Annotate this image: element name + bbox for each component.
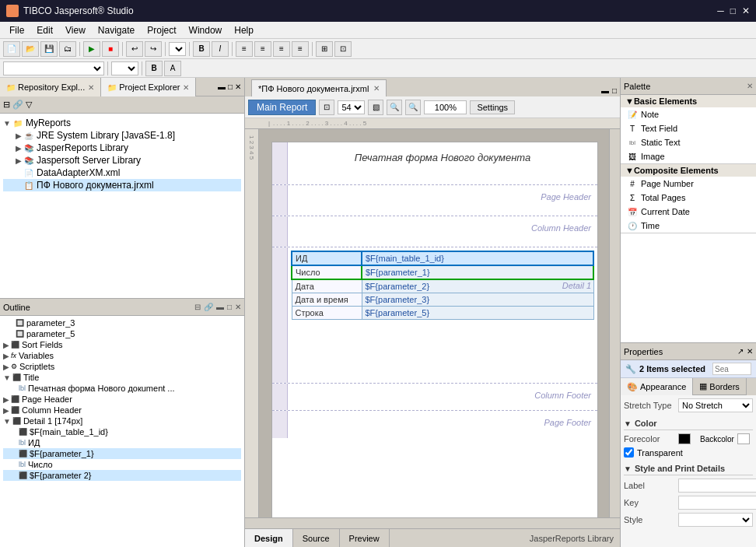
outline-item-title-text[interactable]: lbl Печатная форма Нового докument ...	[3, 383, 241, 394]
outline-item-label-num[interactable]: lbl Число	[3, 459, 241, 470]
palette-item-textfield[interactable]: T Text Field	[621, 121, 756, 135]
tab-project-explorer[interactable]: 📁 Project Explorer ✕	[101, 78, 196, 96]
palette-section-composite-header[interactable]: ▼ Composite Elements	[621, 164, 756, 177]
tab-borders[interactable]: ▦ Borders	[693, 378, 747, 395]
open-btn[interactable]: 📂	[22, 41, 39, 57]
key-input[interactable]	[678, 496, 756, 510]
outline-item-label-id[interactable]: lbl ИД	[3, 437, 241, 448]
outline-item-param5[interactable]: 🔲 parameter_5	[3, 328, 241, 339]
explorer-minimize-btn[interactable]: ▬	[218, 82, 226, 91]
palette-close-btn[interactable]: ✕	[747, 82, 753, 90]
editor-tab-jrxml[interactable]: *ПФ Нового документа.jrxml ✕	[251, 79, 387, 96]
tree-item-jasperlib[interactable]: ▶ 📚 JasperReports Library	[3, 142, 241, 154]
menu-view[interactable]: View	[59, 23, 92, 37]
label-id-cell[interactable]: ИД	[292, 251, 362, 265]
editor-max-btn[interactable]: □	[612, 86, 617, 95]
properties-search[interactable]	[712, 363, 751, 375]
canvas-area[interactable]: 1 2 3 4 5 Печатная форма Нового документ…	[245, 129, 620, 517]
menu-help[interactable]: Help	[228, 23, 260, 37]
label-datetime-cell[interactable]: Дата и время	[292, 293, 362, 307]
align-center-btn[interactable]: ≡	[254, 41, 271, 57]
close-btn[interactable]: ✕	[742, 5, 750, 16]
menu-edit[interactable]: Edit	[30, 23, 59, 37]
field-param2-cell[interactable]: $F{parameter_2}	[362, 279, 593, 293]
align-right-btn[interactable]: ≡	[273, 41, 290, 57]
align-left-btn[interactable]: ≡	[236, 41, 253, 57]
outline-item-param1[interactable]: ⬛ $F{parameter_1}	[3, 448, 241, 459]
color-collapse-btn[interactable]: ▼	[624, 419, 632, 428]
explorer-maximize-btn[interactable]: □	[228, 82, 233, 91]
report-name-button[interactable]: Main Report	[248, 100, 316, 115]
props-extra-btn[interactable]: ↗	[737, 347, 744, 356]
bold-btn[interactable]: B	[193, 41, 210, 57]
label-string-cell[interactable]: Строка	[292, 307, 362, 320]
tab-repository-explorer[interactable]: 📁 Repository Expl... ✕	[0, 78, 101, 96]
menu-project[interactable]: Project	[141, 23, 182, 37]
new-btn[interactable]: 📄	[3, 41, 20, 57]
forecolor-swatch[interactable]	[678, 433, 691, 444]
palette-item-pagenumber[interactable]: # Page Number	[621, 177, 756, 191]
link-btn[interactable]: 🔗	[12, 100, 23, 110]
palette-item-note[interactable]: 📝 Note	[621, 107, 756, 121]
outline-item-columnheader[interactable]: ▶ ⬛ Column Header	[3, 405, 241, 416]
proj-tab-close[interactable]: ✕	[183, 83, 189, 92]
font-combo[interactable]	[3, 61, 104, 75]
outline-item-title[interactable]: ▼ ⬛ Title	[3, 372, 241, 383]
field-param5-cell[interactable]: $F{parameter_5}	[362, 307, 593, 320]
menu-file[interactable]: File	[3, 23, 30, 37]
minimize-btn[interactable]: ─	[717, 5, 724, 16]
horizontal-scrollbar[interactable]	[245, 517, 620, 528]
combo1[interactable]	[169, 42, 186, 56]
font-color-btn[interactable]: A	[164, 61, 181, 76]
vertical-scrollbar[interactable]	[609, 129, 620, 517]
stop-btn[interactable]: ■	[102, 41, 119, 57]
outline-item-param3[interactable]: 🔲 parameter_3	[3, 317, 241, 328]
collapse-all-btn[interactable]: ⊟	[3, 100, 10, 110]
zoom-in-btn[interactable]: 🔍	[405, 100, 421, 115]
save-btn[interactable]: 💾	[40, 41, 58, 57]
props-close-btn[interactable]: ✕	[747, 347, 753, 356]
palette-item-totalpages[interactable]: Σ Total Pages	[621, 191, 756, 205]
tree-item-serverlib[interactable]: ▶ 📚 Jaspersoft Server Library	[3, 154, 241, 167]
settings-button[interactable]: Settings	[470, 100, 515, 114]
explorer-close-btn[interactable]: ✕	[235, 82, 241, 91]
field-param1-cell[interactable]: $F{parameter_1}	[362, 265, 593, 279]
label-date-cell[interactable]: Дата	[292, 279, 362, 293]
fill-btn[interactable]: ▧	[368, 100, 383, 115]
palette-section-basic-header[interactable]: ▼ Basic Elements	[621, 95, 756, 107]
backcolor-swatch[interactable]	[737, 433, 750, 444]
tree-item-jrxml[interactable]: ▶ 📋 ПФ Нового документа.jrxml	[3, 179, 241, 191]
field-id-cell[interactable]: $F{main_table_1_id}	[362, 251, 593, 265]
maximize-btn[interactable]: □	[730, 5, 736, 16]
outline-item-variables[interactable]: ▶ fx Variables	[3, 350, 241, 361]
editor-tab-close[interactable]: ✕	[373, 84, 380, 93]
outline-min-btn[interactable]: ▬	[216, 303, 224, 311]
label-num-cell[interactable]: Число	[292, 265, 362, 279]
editor-min-btn[interactable]: ▬	[601, 86, 609, 95]
redo-btn[interactable]: ↪	[145, 41, 162, 57]
save-all-btn[interactable]: 🗂	[59, 41, 76, 57]
font-bold-btn[interactable]: B	[145, 61, 163, 76]
field-param3-cell[interactable]: $F{parameter_3}	[362, 293, 593, 307]
tree-item-adapter[interactable]: ▶ 📄 DataAdapterXM.xml	[3, 167, 241, 179]
snap-btn[interactable]: ⊡	[334, 41, 352, 57]
unit-combo[interactable]: 540	[338, 100, 365, 114]
zoom-out-btn[interactable]: 🔍	[387, 100, 402, 115]
outline-item-field-main[interactable]: ⬛ $F{main_table_1_id}	[3, 426, 241, 437]
outline-collapse-btn[interactable]: ⊟	[194, 303, 201, 311]
palette-item-currentdate[interactable]: 📅 Current Date	[621, 205, 756, 219]
align-justify-btn[interactable]: ≡	[292, 41, 309, 57]
tab-design[interactable]: Design	[245, 529, 293, 548]
tab-preview[interactable]: Preview	[340, 529, 390, 548]
outline-sync-btn[interactable]: 🔗	[204, 303, 213, 311]
style-collapse-btn[interactable]: ▼	[624, 465, 632, 473]
outline-item-sortfields[interactable]: ▶ ⬛ Sort Fields	[3, 339, 241, 350]
tab-appearance[interactable]: 🎨 Appearance	[621, 378, 693, 395]
outline-item-detail1[interactable]: ▼ ⬛ Detail 1 [174px]	[3, 416, 241, 426]
italic-btn[interactable]: I	[212, 41, 229, 57]
run-btn[interactable]: ▶	[83, 41, 100, 57]
outline-item-scriptlets[interactable]: ▶ ⚙ Scriptlets	[3, 361, 241, 372]
repo-tab-close[interactable]: ✕	[88, 83, 94, 92]
outline-item-pageheader[interactable]: ▶ ⬛ Page Header	[3, 394, 241, 405]
grid-btn[interactable]: ⊞	[316, 41, 333, 57]
